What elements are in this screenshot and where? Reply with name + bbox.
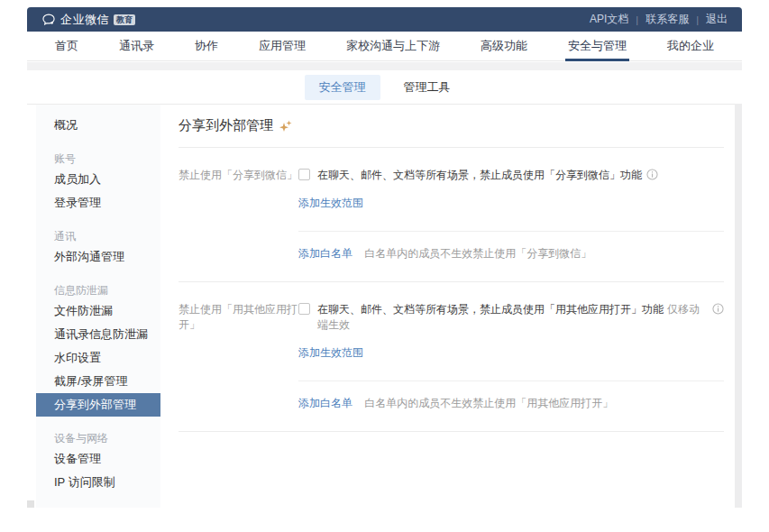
sidebar-item-external-communication[interactable]: 外部沟通管理 bbox=[36, 245, 160, 269]
tab-security-management[interactable]: 安全管理 bbox=[305, 75, 380, 100]
premium-sparkle-icon bbox=[279, 119, 293, 133]
checkbox-label: 在聊天、邮件、文档等所有场景，禁止成员使用「分享到微信」功能 bbox=[317, 168, 642, 183]
contact-support-link[interactable]: 联系客服 bbox=[645, 12, 689, 27]
sidebar-item-device-management[interactable]: 设备管理 bbox=[36, 447, 160, 471]
sidebar-group-communication: 通讯 bbox=[36, 227, 160, 245]
sidebar-item-file-leak-prevention[interactable]: 文件防泄漏 bbox=[36, 299, 160, 323]
page: 企业微信 教育 API文档 | 联系客服 | 退出 首页 通讯录 协作 应用管理… bbox=[0, 0, 769, 532]
section-label: 禁止使用「分享到微信」 bbox=[179, 168, 298, 261]
add-scope-link[interactable]: 添加生效范围 bbox=[298, 197, 363, 209]
content-card: 安全管理 管理工具 概况 账号 成员加入 登录管理 通讯 外部沟通管理 信息防泄… bbox=[27, 70, 742, 508]
nav-tab-my-company[interactable]: 我的企业 bbox=[664, 32, 717, 61]
sidebar-item-contacts-leak-prevention[interactable]: 通讯录信息防泄漏 bbox=[36, 323, 160, 346]
vertical-scrollbar[interactable] bbox=[735, 104, 742, 508]
tab-management-tools[interactable]: 管理工具 bbox=[389, 75, 465, 100]
sidebar-item-ip-restriction[interactable]: IP 访问限制 bbox=[36, 471, 160, 494]
section-divider bbox=[179, 431, 724, 432]
sidebar-item-overview[interactable]: 概况 bbox=[36, 114, 160, 137]
section-prohibit-open-with-other-apps: 禁止使用「用其他应用打开」 在聊天、邮件、文档等所有场景，禁止成员使用「用其他应… bbox=[179, 282, 724, 411]
top-bar: 企业微信 教育 API文档 | 联系客服 | 退出 bbox=[27, 7, 742, 32]
whitelist-description: 白名单内的成员不生效禁止使用「用其他应用打开」 bbox=[364, 397, 613, 409]
section-gap bbox=[27, 62, 742, 70]
row-divider bbox=[298, 231, 724, 232]
add-scope-link[interactable]: 添加生效范围 bbox=[298, 346, 363, 359]
sidebar-item-watermark-settings[interactable]: 水印设置 bbox=[36, 346, 160, 370]
nav-tab-security-management[interactable]: 安全与管理 bbox=[565, 32, 629, 61]
nav-tab-contacts[interactable]: 通讯录 bbox=[116, 32, 157, 61]
sidebar-item-member-join[interactable]: 成员加入 bbox=[36, 168, 160, 191]
sidebar-group-info-leak-prevention: 信息防泄漏 bbox=[36, 281, 160, 299]
nav-tab-app-management[interactable]: 应用管理 bbox=[256, 32, 308, 61]
prohibit-share-checkbox[interactable] bbox=[298, 169, 310, 180]
prohibit-open-other-apps-checkbox[interactable] bbox=[298, 303, 310, 315]
section-label: 禁止使用「用其他应用打开」 bbox=[179, 302, 298, 411]
info-icon[interactable] bbox=[646, 169, 658, 180]
divider: | bbox=[636, 14, 638, 25]
add-whitelist-link[interactable]: 添加白名单 bbox=[298, 397, 352, 409]
nav-tab-advanced-features[interactable]: 高级功能 bbox=[478, 32, 530, 61]
top-links: API文档 | 联系客服 | 退出 bbox=[590, 12, 728, 27]
row-divider bbox=[298, 381, 724, 381]
sidebar-item-screen-capture-management[interactable]: 截屏/录屏管理 bbox=[36, 370, 160, 393]
add-whitelist-link[interactable]: 添加白名单 bbox=[298, 247, 352, 260]
logout-link[interactable]: 退出 bbox=[706, 12, 728, 27]
secondary-tabs: 安全管理 管理工具 bbox=[27, 70, 742, 105]
sidebar-group-account: 账号 bbox=[36, 150, 160, 168]
wework-logo-icon bbox=[41, 13, 56, 27]
section-prohibit-share-to-wechat: 禁止使用「分享到微信」 在聊天、邮件、文档等所有场景，禁止成员使用「分享到微信」… bbox=[179, 148, 724, 261]
api-docs-link[interactable]: API文档 bbox=[590, 12, 628, 27]
nav-tab-school-communication[interactable]: 家校沟通与上下游 bbox=[343, 32, 443, 61]
nav-tab-home[interactable]: 首页 bbox=[52, 32, 81, 61]
edition-badge: 教育 bbox=[114, 14, 135, 25]
sidebar-group-device-network: 设备与网络 bbox=[36, 429, 160, 447]
card-body: 概况 账号 成员加入 登录管理 通讯 外部沟通管理 信息防泄漏 文件防泄漏 通讯… bbox=[27, 105, 742, 508]
sidebar-item-share-external-management[interactable]: 分享到外部管理 bbox=[36, 393, 160, 417]
divider: | bbox=[696, 14, 699, 25]
main-nav: 首页 通讯录 协作 应用管理 家校沟通与上下游 高级功能 安全与管理 我的企业 bbox=[27, 32, 742, 61]
settings-sidebar: 概况 账号 成员加入 登录管理 通讯 外部沟通管理 信息防泄漏 文件防泄漏 通讯… bbox=[36, 105, 160, 508]
brand: 企业微信 教育 bbox=[41, 12, 135, 28]
page-title: 分享到外部管理 bbox=[179, 117, 273, 134]
sidebar-item-login-management[interactable]: 登录管理 bbox=[36, 191, 160, 215]
info-icon[interactable] bbox=[712, 303, 724, 315]
checkbox-label: 在聊天、邮件、文档等所有场景，禁止成员使用「用其他应用打开」功能仅移动端生效 bbox=[317, 302, 708, 333]
settings-panel: 分享到外部管理 禁止使用「分享到微信」 在聊天、邮件、文档等所有场景，禁止成员使… bbox=[160, 105, 742, 508]
brand-name: 企业微信 bbox=[60, 12, 109, 28]
whitelist-description: 白名单内的成员不生效禁止使用「分享到微信」 bbox=[364, 247, 591, 260]
scrollbar-corner bbox=[27, 500, 34, 508]
nav-tab-collaboration[interactable]: 协作 bbox=[192, 32, 221, 61]
